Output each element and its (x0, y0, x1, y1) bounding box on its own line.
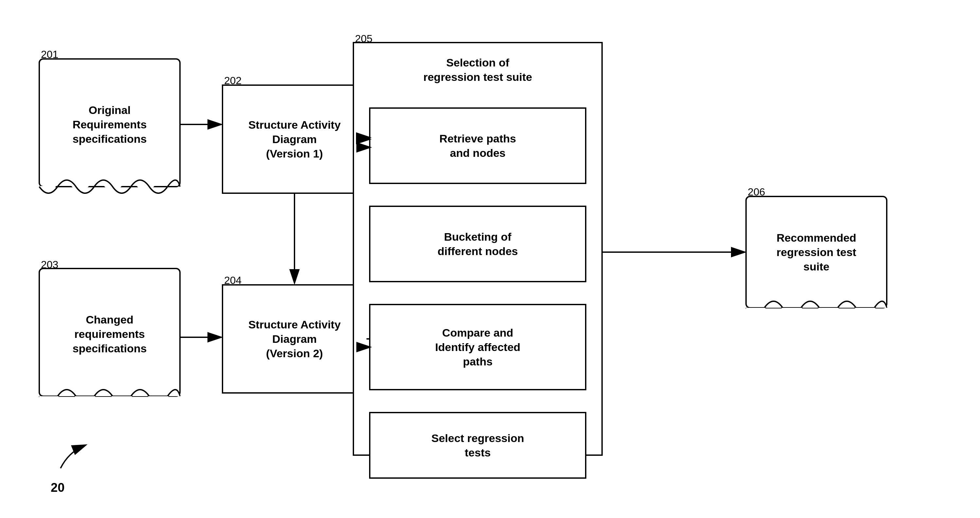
sad2-label: Structure Activity Diagram (Version 2) (223, 285, 366, 393)
compare-label: Compare and Identify affected paths (370, 304, 586, 390)
select-regression-text: Select regression tests (431, 431, 524, 460)
retrieve-paths-text: Retrieve paths and nodes (439, 131, 516, 160)
compare-text: Compare and Identify affected paths (435, 325, 520, 369)
outer-suite-text: Selection of regression test suite (423, 55, 532, 84)
bucketing-label: Bucketing of different nodes (370, 206, 586, 282)
original-req-label: Original Requirements specifications (39, 65, 180, 183)
recommended-text: Recommended regression test suite (776, 231, 856, 274)
ref-203: 203 (41, 259, 58, 271)
retrieve-paths-label: Retrieve paths and nodes (370, 108, 586, 183)
changed-req-text: Changed requirements specifications (73, 312, 147, 356)
ref-205: 205 (355, 33, 372, 45)
figure-label: 20 (51, 481, 64, 495)
sad2-text: Structure Activity Diagram (Version 2) (248, 317, 340, 361)
ref-206: 206 (748, 186, 765, 198)
sad1-label: Structure Activity Diagram (Version 1) (223, 85, 366, 193)
bucketing-text: Bucketing of different nodes (438, 230, 518, 258)
outer-suite-title: Selection of regression test suite (353, 48, 602, 91)
recommended-label: Recommended regression test suite (746, 200, 887, 304)
ref-201: 201 (41, 48, 58, 61)
changed-req-label: Changed requirements specifications (39, 275, 180, 393)
original-req-text: Original Requirements specifications (73, 103, 147, 147)
sad1-text: Structure Activity Diagram (Version 1) (248, 118, 340, 161)
select-regression-label: Select regression tests (370, 413, 586, 478)
diagram-container: 201 Original Requirements specifications… (0, 0, 980, 518)
